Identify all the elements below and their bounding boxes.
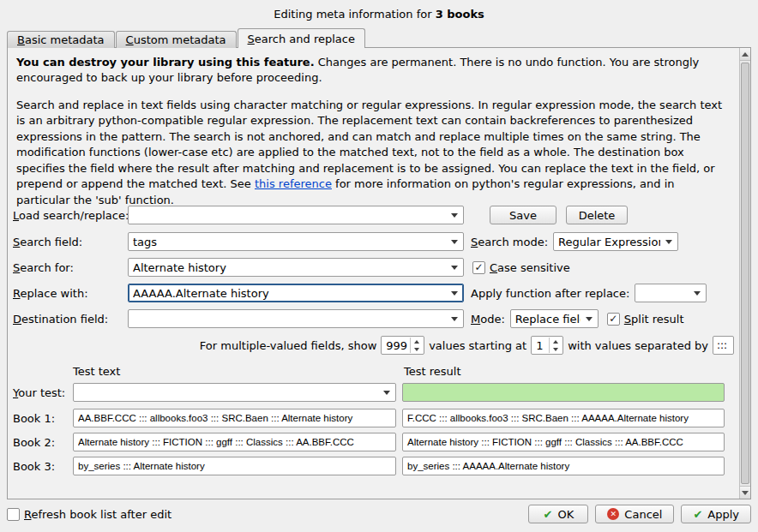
delete-button[interactable]: Delete xyxy=(566,206,628,224)
chevron-down-icon xyxy=(451,291,458,296)
book2-test-input[interactable] xyxy=(73,433,396,451)
spin-up-icon[interactable] xyxy=(411,338,423,345)
book3-test-input[interactable] xyxy=(73,457,396,475)
separator-input[interactable] xyxy=(713,336,734,355)
checkbox-unchecked-icon xyxy=(7,508,20,521)
your-test-label: Your test: xyxy=(13,386,73,399)
apply-function-select[interactable] xyxy=(635,284,707,302)
case-sensitive-label: Case sensitive xyxy=(490,261,570,274)
chevron-down-icon xyxy=(451,240,458,244)
destination-field-label: Destination field: xyxy=(13,313,128,326)
chevron-down-icon xyxy=(665,240,672,244)
search-for-label: Search for: xyxy=(13,261,128,274)
mode-select[interactable]: Replace field xyxy=(510,309,599,328)
tab-bar: Basic metadata Custom metadata Search an… xyxy=(7,28,366,48)
chevron-down-icon xyxy=(451,266,458,270)
replace-with-combo[interactable]: AAAAA.Alternate history xyxy=(128,284,464,302)
apply-button[interactable]: Apply xyxy=(681,505,751,523)
your-test-combo[interactable] xyxy=(73,383,396,402)
vertical-scrollbar[interactable] xyxy=(739,48,750,499)
test-result-header: Test result xyxy=(404,365,461,378)
multiple-values-row: For multiple-valued fields, show 999 val… xyxy=(200,336,734,355)
scroll-up-icon[interactable] xyxy=(740,48,750,61)
search-mode-label: Search mode: xyxy=(471,236,548,248)
tab-search-and-replace[interactable]: Search and replace xyxy=(238,28,365,48)
book2-row: Book 2: Alternate history ::: FICTION ::… xyxy=(13,433,725,451)
feature-description: Search and replace in text fields using … xyxy=(16,98,731,208)
cancel-button[interactable]: Cancel xyxy=(595,505,674,523)
destination-row: Destination field: Mode: Replace field S… xyxy=(13,309,684,328)
spin-down-icon[interactable] xyxy=(550,345,562,353)
search-field-select[interactable]: tags xyxy=(128,232,464,251)
destination-field-select[interactable] xyxy=(128,309,464,328)
reference-link[interactable]: this reference xyxy=(255,177,332,190)
load-select[interactable] xyxy=(128,206,464,224)
chevron-down-icon xyxy=(451,317,458,321)
multiple-values-text-3: with values separated by xyxy=(568,339,708,352)
scrollbar-thumb[interactable] xyxy=(741,63,749,484)
multiple-values-text-2: values starting at xyxy=(429,339,526,352)
load-row: Load search/replace: Save Delete xyxy=(13,206,628,224)
chevron-down-icon xyxy=(383,391,390,395)
refresh-book-list-checkbox[interactable]: Refresh book list after edit xyxy=(7,508,171,521)
tab-custom-metadata[interactable]: Custom metadata xyxy=(116,31,237,48)
chevron-down-icon xyxy=(694,291,701,296)
book1-test-result: F.CCC ::: allbooks.foo3 ::: SRC.Baen :::… xyxy=(402,409,725,427)
search-mode-select[interactable]: Regular Expression xyxy=(553,232,678,251)
book1-test-input[interactable] xyxy=(73,409,396,427)
search-for-row: Search for: Alternate history Case sensi… xyxy=(13,258,570,277)
save-button[interactable]: Save xyxy=(490,206,556,224)
book1-row: Book 1: F.CCC ::: allbooks.foo3 ::: SRC.… xyxy=(13,409,725,427)
footer-buttons: OK Cancel Apply xyxy=(528,505,751,523)
refresh-book-list-label: Refresh book list after edit xyxy=(24,508,171,521)
checkbox-checked-icon xyxy=(472,261,485,274)
your-test-result xyxy=(402,383,725,402)
case-sensitive-checkbox[interactable]: Case sensitive xyxy=(472,261,570,274)
split-result-label: Split result xyxy=(624,313,684,326)
spin-down-icon[interactable] xyxy=(411,345,423,353)
replace-with-row: Replace with: AAAAA.Alternate history Ap… xyxy=(13,284,707,302)
test-text-header: Test text xyxy=(73,365,120,378)
load-label: Load search/replace: xyxy=(13,209,128,222)
book3-test-result: by_series ::: AAAAA.Alternate history xyxy=(402,457,725,475)
replace-with-label: Replace with: xyxy=(13,287,128,300)
dialog-footer: Refresh book list after edit OK Cancel A… xyxy=(7,504,751,524)
check-icon xyxy=(544,509,553,520)
checkbox-checked-icon xyxy=(607,313,620,326)
multiple-values-text-1: For multiple-valued fields, show xyxy=(200,339,376,352)
split-result-checkbox[interactable]: Split result xyxy=(607,313,684,326)
spin-up-icon[interactable] xyxy=(550,338,562,345)
book2-label: Book 2: xyxy=(13,436,73,449)
search-and-replace-panel: You can destroy your library using this … xyxy=(7,47,751,499)
book2-test-result: Alternate history ::: FICTION ::: ggff :… xyxy=(402,433,725,451)
scroll-down-icon[interactable] xyxy=(740,486,750,499)
check-icon xyxy=(693,509,702,520)
apply-function-label: Apply function after replace: xyxy=(471,287,629,300)
tab-basic-metadata[interactable]: Basic metadata xyxy=(7,31,115,48)
cancel-icon xyxy=(607,508,619,520)
mode-label: Mode: xyxy=(471,313,505,326)
book3-row: Book 3: by_series ::: AAAAA.Alternate hi… xyxy=(13,457,725,475)
search-field-label: Search field: xyxy=(13,236,128,248)
show-count-spinner[interactable]: 999 xyxy=(381,336,424,355)
search-for-combo[interactable]: Alternate history xyxy=(128,258,464,277)
chevron-down-icon xyxy=(586,317,593,321)
book3-label: Book 3: xyxy=(13,460,73,473)
start-at-spinner[interactable]: 1 xyxy=(531,336,563,355)
destroy-warning: You can destroy your library using this … xyxy=(16,55,731,87)
book1-label: Book 1: xyxy=(13,412,73,425)
search-field-row: Search field: tags Search mode: Regular … xyxy=(13,232,678,251)
your-test-row: Your test: xyxy=(13,383,725,402)
ok-button[interactable]: OK xyxy=(528,505,588,523)
page-title: Editing meta information for 3 books xyxy=(0,8,758,21)
chevron-down-icon xyxy=(451,213,458,218)
